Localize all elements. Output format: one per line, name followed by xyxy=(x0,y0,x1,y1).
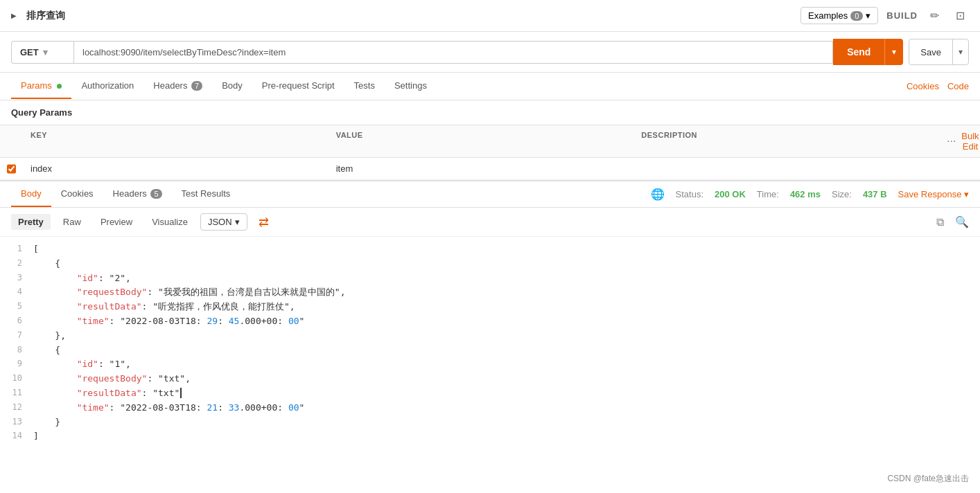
table-row: index item xyxy=(0,158,980,180)
examples-badge: 0 xyxy=(850,11,863,21)
code-area: 1[2 {3 "id": "2",4 "requestBody": "我爱我的祖… xyxy=(0,237,980,493)
examples-chevron-icon: ▾ xyxy=(866,10,870,21)
format-type-select[interactable]: JSON ▾ xyxy=(200,213,247,231)
status-label: Status: xyxy=(676,189,703,199)
col-checkbox xyxy=(0,125,22,157)
col-key-header: KEY xyxy=(22,125,328,157)
edit-icon: ✏ xyxy=(930,10,939,21)
code-line: 13 } xyxy=(0,415,980,430)
url-input[interactable] xyxy=(73,41,833,64)
response-bar: Body Cookies Headers 5 Test Results 🌐 St… xyxy=(0,180,980,208)
save-response-button[interactable]: Save Response ▾ xyxy=(898,189,969,199)
code-line: 2 { xyxy=(0,257,980,271)
build-button[interactable]: BUILD xyxy=(886,10,918,21)
status-value: 200 OK xyxy=(715,189,746,199)
row-actions xyxy=(938,158,980,179)
save-label: Save xyxy=(909,42,952,63)
tab-body[interactable]: Body xyxy=(212,73,252,99)
col-actions: ··· Bulk Edit xyxy=(938,125,980,157)
code-line: 6 "time": "2022-08-03T18: 29: 45.000+00:… xyxy=(0,314,980,329)
examples-button[interactable]: Examples 0 ▾ xyxy=(800,7,878,24)
method-label: GET xyxy=(20,47,39,57)
code-line: 4 "requestBody": "我爱我的祖国，台湾是自古以来就是中国的", xyxy=(0,285,980,300)
save-resp-arrow-icon: ▾ xyxy=(964,189,969,199)
code-line: 14] xyxy=(0,429,980,444)
size-value: 437 B xyxy=(863,189,887,199)
code-line: 3 "id": "2", xyxy=(0,271,980,286)
tabs-right: Cookies Code xyxy=(907,81,969,91)
save-arrow-icon[interactable]: ▾ xyxy=(953,42,968,62)
tab-authorization[interactable]: Authorization xyxy=(71,73,143,99)
time-label: Time: xyxy=(757,189,779,199)
cookies-link[interactable]: Cookies xyxy=(907,81,939,91)
more-options-button[interactable]: ··· xyxy=(947,135,956,147)
expand-icon-button[interactable]: ⊡ xyxy=(952,8,969,24)
row-checkbox-cell xyxy=(0,158,22,179)
params-dot xyxy=(57,84,62,89)
code-line: 8 { xyxy=(0,343,980,358)
tab-tests[interactable]: Tests xyxy=(344,73,385,99)
format-type-chevron-icon: ▾ xyxy=(235,217,240,227)
query-params-title: Query Params xyxy=(0,100,980,125)
send-button[interactable]: Send ▾ xyxy=(833,39,903,65)
headers-badge: 7 xyxy=(191,81,202,91)
resp-tab-body[interactable]: Body xyxy=(11,181,51,207)
tab-settings[interactable]: Settings xyxy=(385,73,437,99)
response-section: Body Cookies Headers 5 Test Results 🌐 St… xyxy=(0,180,980,493)
edit-icon-button[interactable]: ✏ xyxy=(926,8,943,24)
save-button[interactable]: Save ▾ xyxy=(909,39,969,65)
top-bar-left: ▶ 排序查询 xyxy=(11,10,65,22)
tab-prerequest[interactable]: Pre-request Script xyxy=(252,73,344,99)
watermark: CSDN @fate急速出击 xyxy=(887,473,969,485)
top-bar-right: Examples 0 ▾ BUILD ✏ ⊡ xyxy=(800,7,969,24)
expand-icon: ⊡ xyxy=(956,10,965,21)
resp-tab-headers[interactable]: Headers 5 xyxy=(103,181,172,207)
code-link[interactable]: Code xyxy=(947,81,969,91)
top-bar: ▶ 排序查询 Examples 0 ▾ BUILD ✏ ⊡ xyxy=(0,0,980,32)
format-type-label: JSON xyxy=(208,217,232,227)
col-value-header: VALUE xyxy=(328,125,633,157)
request-tabs: Params Authorization Headers 7 Body Pre-… xyxy=(0,73,980,100)
format-pretty-button[interactable]: Pretty xyxy=(11,214,51,230)
method-select[interactable]: GET ▾ xyxy=(11,41,73,64)
time-value: 462 ms xyxy=(790,189,821,199)
main-content: GET ▾ Send ▾ Save ▾ Params Authorization… xyxy=(0,32,980,493)
send-label: Send xyxy=(833,41,884,63)
code-line: 11 "resultData": "txt" xyxy=(0,386,980,401)
row-key: index xyxy=(22,158,328,179)
tab-params[interactable]: Params xyxy=(11,73,71,99)
query-params-section: Query Params KEY VALUE DESCRIPTION ··· B… xyxy=(0,100,980,180)
code-line: 9 "id": "1", xyxy=(0,357,980,372)
code-line: 12 "time": "2022-08-03T18: 21: 33.000+00… xyxy=(0,401,980,415)
resp-tab-cookies[interactable]: Cookies xyxy=(51,181,103,207)
method-chevron-icon: ▾ xyxy=(43,47,48,57)
resp-status: 🌐 Status: 200 OK Time: 462 ms Size: 437 … xyxy=(651,188,969,201)
row-checkbox[interactable] xyxy=(7,164,16,174)
code-line: 5 "resultData": "听党指挥，作风优良，能打胜仗", xyxy=(0,300,980,314)
resp-tab-test-results[interactable]: Test Results xyxy=(172,181,240,207)
code-line: 10 "requestBody": "txt", xyxy=(0,372,980,386)
params-header: KEY VALUE DESCRIPTION ··· Bulk Edit xyxy=(0,125,980,158)
row-value: item xyxy=(328,158,633,179)
size-label: Size: xyxy=(832,189,852,199)
globe-icon: 🌐 xyxy=(651,188,665,201)
code-line: 7 }, xyxy=(0,329,980,343)
copy-icon[interactable]: ⧉ xyxy=(936,216,944,228)
url-bar: GET ▾ Send ▾ Save ▾ xyxy=(0,32,980,73)
col-description-header: DESCRIPTION xyxy=(633,125,938,157)
format-bar: Pretty Raw Preview Visualize JSON ▾ ⇄ ⧉ … xyxy=(0,208,980,237)
examples-label: Examples xyxy=(808,10,848,21)
send-arrow-icon[interactable]: ▾ xyxy=(885,42,903,62)
triangle-icon: ▶ xyxy=(11,12,17,19)
bulk-edit-button[interactable]: Bulk Edit xyxy=(961,131,979,152)
wrap-icon[interactable]: ⇄ xyxy=(259,215,269,230)
tab-headers[interactable]: Headers 7 xyxy=(143,73,212,99)
code-line: 1[ xyxy=(0,242,980,257)
request-title: 排序查询 xyxy=(26,10,65,22)
resp-headers-badge: 5 xyxy=(150,189,161,199)
format-raw-button[interactable]: Raw xyxy=(56,214,88,230)
format-preview-button[interactable]: Preview xyxy=(94,214,139,230)
search-icon[interactable]: 🔍 xyxy=(955,215,969,228)
row-description xyxy=(633,158,938,179)
format-visualize-button[interactable]: Visualize xyxy=(145,214,195,230)
